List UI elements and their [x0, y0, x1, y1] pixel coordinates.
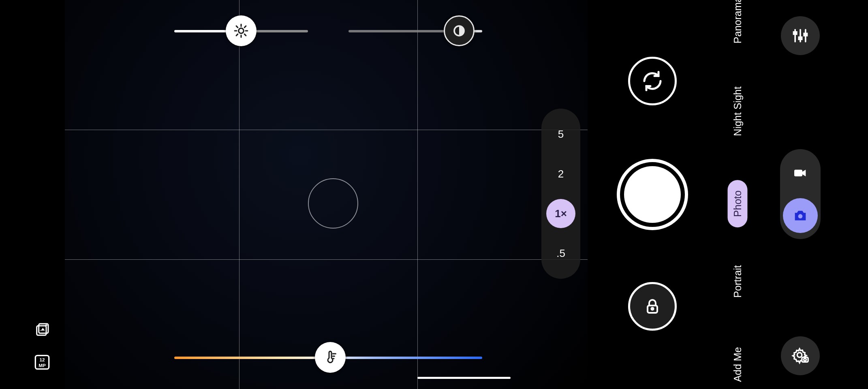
mode-photo[interactable]: Photo	[728, 180, 748, 227]
mode-portrait[interactable]: Portrait	[728, 254, 748, 308]
svg-point-5	[239, 28, 244, 34]
lock-focus-button[interactable]	[628, 282, 677, 331]
svg-line-12	[236, 34, 238, 36]
shutter-inner	[624, 166, 681, 223]
shadow-contrast-icon	[452, 24, 466, 38]
shutter-button[interactable]	[617, 159, 688, 230]
svg-rect-21	[794, 32, 797, 34]
zoom-option-2x[interactable]: 2	[546, 159, 575, 188]
svg-text:MP: MP	[38, 363, 46, 368]
svg-point-19	[651, 308, 653, 310]
shadow-slider-thumb[interactable]	[444, 15, 475, 46]
brightness-icon	[233, 23, 249, 38]
svg-line-10	[236, 26, 238, 28]
mode-strip[interactable]: Panorama Night Sight Photo Portrait Add …	[713, 0, 762, 389]
adjust-button[interactable]	[781, 16, 820, 55]
tuning-sliders-icon	[791, 27, 809, 45]
white-balance-slider-thumb[interactable]	[315, 342, 346, 373]
grid-horizontal-1	[65, 130, 588, 130]
settings-button[interactable]	[781, 336, 820, 375]
resolution-button[interactable]: 12 MP	[32, 353, 52, 372]
svg-line-11	[244, 34, 246, 36]
toggle-photo[interactable]	[783, 198, 818, 233]
zoom-option-0-5x[interactable]: .5	[546, 239, 575, 268]
svg-text:12: 12	[40, 357, 45, 362]
svg-point-28	[797, 353, 802, 357]
thermometer-icon	[323, 350, 338, 365]
resolution-12mp-icon: 12 MP	[34, 354, 50, 370]
settings-gear-camera-icon	[791, 346, 810, 365]
grid-horizontal-2	[65, 259, 588, 260]
brightness-slider-thumb[interactable]	[226, 15, 257, 46]
focus-ring[interactable]	[308, 178, 358, 229]
video-icon	[792, 165, 808, 181]
mode-night-sight[interactable]: Night Sight	[728, 76, 748, 146]
grid-vertical-1	[239, 0, 239, 389]
zoom-option-5x[interactable]: 5	[546, 120, 575, 149]
photo-video-toggle	[780, 149, 821, 239]
switch-camera-icon	[640, 69, 665, 93]
gallery-button[interactable]	[32, 320, 52, 340]
gallery-star-icon	[34, 322, 50, 338]
right-controls	[770, 0, 831, 389]
switch-camera-button[interactable]	[628, 57, 677, 105]
zoom-option-1x[interactable]: 1×	[546, 199, 575, 228]
svg-rect-25	[804, 34, 807, 36]
gesture-indicator-bar	[417, 377, 511, 379]
left-controls: 12 MP	[0, 0, 65, 389]
lock-icon	[643, 297, 662, 316]
mode-add-me[interactable]: Add Me	[728, 336, 748, 389]
viewfinder[interactable]: 5 2 1× .5	[65, 0, 588, 389]
svg-line-13	[244, 26, 246, 28]
zoom-selector: 5 2 1× .5	[541, 109, 580, 279]
svg-rect-26	[794, 169, 802, 176]
mode-panorama[interactable]: Panorama	[728, 0, 748, 54]
capture-controls	[608, 0, 697, 389]
toggle-video[interactable]	[783, 156, 818, 190]
grid-vertical-2	[417, 0, 418, 389]
camera-icon	[792, 207, 808, 224]
svg-rect-23	[799, 37, 802, 40]
svg-point-27	[798, 214, 803, 218]
